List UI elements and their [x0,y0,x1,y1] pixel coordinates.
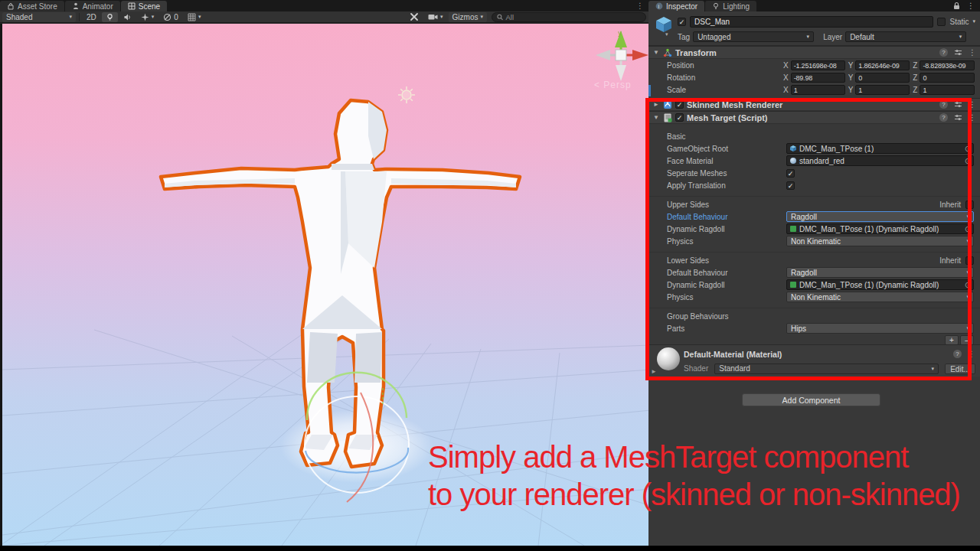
object-picker-icon[interactable]: ⊙ [965,224,972,233]
physics-dropdown[interactable]: Non Kinematic ▾ [786,292,974,302]
shader-dropdown[interactable]: Standard ▾ [714,364,939,374]
scene-panel-menu-icon[interactable]: ⋮ [636,2,644,10]
scale-z-field[interactable]: 1 [920,85,975,95]
chevron-down-icon: ▾ [966,325,969,331]
camera-icon [428,13,438,21]
shading-mode-dropdown[interactable]: Shaded ▾ [2,12,76,22]
scene-search-input[interactable] [505,13,641,21]
component-tools-button[interactable] [406,12,423,22]
presets-icon[interactable] [954,48,962,57]
lock-icon[interactable] [953,2,960,10]
caption-line-2: to your renderer (skinned or non-skinned… [428,478,960,512]
help-icon[interactable]: ? [939,100,948,109]
component-menu-icon[interactable]: ⋮ [969,100,976,109]
gameobject-root-row: GameObject Root DMC_Man_TPose (1) ⊙ [648,142,980,155]
scene-tabstrip: Asset Store Animator Scene ⋮ [0,0,648,11]
gizmos-dropdown[interactable]: Gizmos ▾ [449,12,487,22]
inspector-menu-icon[interactable]: ⋮ [967,2,975,10]
component-enabled-checkbox[interactable]: ✓ [675,100,684,109]
rotation-x-field[interactable]: -89.98 [791,73,845,83]
transform-icon [663,48,672,57]
object-picker-icon[interactable]: ⊙ [965,156,972,165]
chevron-down-icon: ▾ [959,34,962,40]
tab-animator[interactable]: Animator [65,1,120,11]
static-dropdown-icon[interactable]: ▾ [972,18,975,24]
object-picker-icon[interactable]: ⊙ [965,280,972,289]
rotation-y-field[interactable]: 0 [855,73,910,83]
tab-inspector[interactable]: i Inspector [648,1,704,11]
physics-dropdown[interactable]: Non Kinematic ▾ [786,236,974,246]
component-menu-icon[interactable]: ⋮ [969,48,976,57]
gameobject-active-checkbox[interactable]: ✓ [678,18,686,26]
tab-scene[interactable]: Scene [121,1,167,11]
material-icon [790,158,796,164]
audio-toggle-button[interactable] [119,12,136,22]
rotation-row: Rotation X-89.98 Y0 Z0 [648,71,980,83]
grid-settings-button[interactable]: ▾ [184,12,205,22]
help-icon[interactable]: ? [953,350,962,358]
effects-dropdown-button[interactable]: ▾ [137,12,158,22]
material-menu-icon[interactable]: ⋮ [968,350,975,358]
chevron-down-icon: ▾ [152,14,155,20]
dynamic-ragdoll-field[interactable]: DMC_Man_TPose (1) (Dynamic Ragdoll) ⊙ [786,223,974,234]
component-enabled-checkbox[interactable]: ✓ [675,113,684,122]
help-icon[interactable]: ? [939,48,948,57]
component-title: Mesh Target (Script) [687,113,768,122]
tab-label: Inspector [666,2,697,11]
chevron-down-icon[interactable]: ▾ [665,31,668,37]
position-x-field[interactable]: -1.251698e-08 [791,60,845,70]
tag-dropdown[interactable]: Untagged ▾ [693,31,814,42]
default-behaviour-dropdown[interactable]: Ragdoll ▾ [786,211,974,222]
scale-x-field[interactable]: 1 [791,85,845,95]
tab-lighting[interactable]: Lighting [705,1,756,11]
inherit-checkbox[interactable] [965,256,974,265]
gameobject-icon [790,145,796,152]
presets-icon[interactable] [954,100,962,109]
inherit-label: Inherit [939,256,961,265]
basic-section-label: Basic [667,132,786,141]
window-bottom-edge [0,546,980,551]
material-title: Default-Material (Material) [684,350,782,359]
edit-shader-button[interactable]: Edit... [945,364,975,374]
gameobject-root-field[interactable]: DMC_Man_TPose (1) ⊙ [786,143,974,154]
chevron-down-icon: ▾ [198,14,201,20]
skinned-mesh-renderer-header: ► ✓ Skinned Mesh Renderer ? ⋮ [648,98,980,111]
camera-settings-button[interactable]: ▾ [424,12,447,22]
chevron-down-icon: ▾ [966,269,969,276]
parts-dropdown[interactable]: Hips ▾ [786,323,974,334]
lighting-toggle-button[interactable] [102,12,118,22]
foldout-open-icon[interactable]: ▼ [652,114,660,121]
axis-y-label: y [618,29,622,37]
info-icon: i [655,2,663,10]
gameobject-name-field[interactable]: DSC_Man [690,16,933,28]
scale-y-field[interactable]: 1 [855,85,910,95]
scene-visibility-button[interactable]: 0 [159,12,182,22]
lightbulb-icon [106,13,114,21]
persp-label[interactable]: < Persp [594,80,632,90]
chevron-down-icon: ▾ [69,14,72,20]
position-y-field[interactable]: 1.862646e-09 [855,60,910,70]
help-icon[interactable]: ? [939,113,948,122]
component-menu-icon[interactable]: ⋮ [969,113,976,122]
foldout-closed-icon[interactable]: ► [652,101,660,108]
foldout-open-icon[interactable]: ▼ [652,49,660,56]
face-material-field[interactable]: standard_red ⊙ [786,155,974,166]
tools-icon [410,12,419,21]
default-behaviour-dropdown[interactable]: Ragdoll ▾ [786,267,974,278]
layer-dropdown[interactable]: Default ▾ [845,31,966,42]
foldout-closed-icon[interactable]: ► [651,368,657,375]
toggle-2d-button[interactable]: 2D [83,12,100,22]
static-checkbox[interactable] [937,18,946,26]
scene-search-field[interactable] [492,12,646,22]
presets-icon[interactable] [954,113,962,122]
dynamic-ragdoll-field[interactable]: DMC_Man_TPose (1) (Dynamic Ragdoll) ⊙ [786,279,974,290]
add-component-button[interactable]: Add Component [742,393,880,406]
gizmo-negy-cone [616,65,626,81]
tab-asset-store[interactable]: Asset Store [0,1,64,11]
rotation-z-field[interactable]: 0 [920,73,975,83]
inherit-checkbox[interactable] [965,201,974,209]
seperate-meshes-checkbox[interactable]: ✓ [786,169,795,178]
object-picker-icon[interactable]: ⊙ [965,144,972,153]
apply-translation-checkbox[interactable]: ✓ [786,181,795,190]
position-z-field[interactable]: -8.828938e-09 [920,60,975,70]
